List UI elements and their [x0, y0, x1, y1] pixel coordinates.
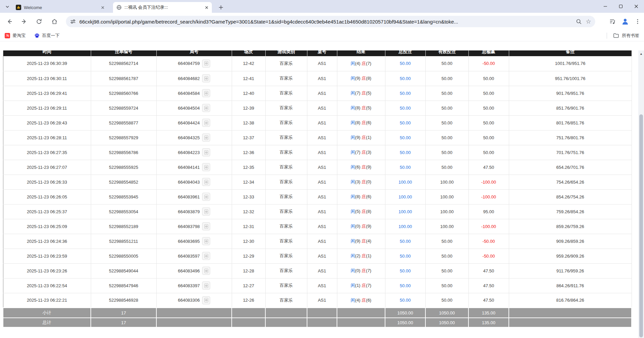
- cell-total-bet[interactable]: 100.00: [385, 189, 425, 204]
- cell-remark: 859.26/759.26: [509, 219, 632, 234]
- video-replay-button[interactable]: [202, 281, 210, 290]
- cell-total-bet[interactable]: 50.00: [385, 56, 425, 71]
- grandtotal-empty-cell: [232, 318, 265, 327]
- result-banker-label: 庄: [362, 61, 366, 66]
- cell-result: 闲(9) 庄(8): [337, 71, 385, 86]
- cell-total-bet[interactable]: 50.00: [385, 101, 425, 115]
- tab-search-chevron-icon[interactable]: [3, 3, 11, 11]
- result-banker-label: 庄: [362, 238, 366, 243]
- tab-bet-records[interactable]: :::视讯 会员下注纪录:::: [113, 2, 212, 13]
- result-banker-value: (1): [366, 253, 371, 258]
- zoom-icon[interactable]: [576, 18, 582, 25]
- cell-session: 12-31: [232, 219, 265, 234]
- scrollbar-up-arrow-icon[interactable]: ▲: [638, 51, 644, 57]
- page-scrollbar[interactable]: ▲: [638, 50, 644, 338]
- cell-total-bet[interactable]: 50.00: [385, 160, 425, 175]
- cell-total-bet[interactable]: 50.00: [385, 234, 425, 249]
- cell-table-no: AS1: [307, 249, 337, 263]
- video-replay-button[interactable]: [202, 222, 210, 230]
- cell-session: 12-36: [232, 145, 265, 160]
- video-replay-button[interactable]: [202, 296, 210, 304]
- cell-total-bet[interactable]: 50.00: [385, 249, 425, 263]
- result-banker-label: 庄: [362, 298, 366, 303]
- round-no-text: 664083879: [178, 209, 200, 214]
- tab-close-icon[interactable]: [204, 5, 209, 10]
- new-tab-button[interactable]: [217, 3, 225, 12]
- cell-game-type: 百家乐: [265, 71, 307, 86]
- cell-total-bet[interactable]: 100.00: [385, 175, 425, 189]
- table-row: 2025-11-23 06:24:36 522988551211 6640836…: [3, 234, 632, 249]
- scrollbar-thumb[interactable]: [639, 114, 643, 337]
- cell-game-type: 百家乐: [265, 219, 307, 234]
- video-replay-button[interactable]: [202, 74, 210, 82]
- result-player-value: (9): [355, 135, 362, 140]
- video-replay-button[interactable]: [202, 89, 210, 97]
- video-replay-button[interactable]: [202, 252, 210, 260]
- cell-win-loss: -100.00: [468, 219, 509, 234]
- media-controls-icon[interactable]: [609, 18, 616, 25]
- cell-total-bet[interactable]: 50.00: [385, 263, 425, 278]
- col-header-time: 时间: [3, 50, 91, 56]
- col-header-bet-no: 注单编号: [91, 50, 156, 56]
- cell-total-bet[interactable]: 100.00: [385, 204, 425, 219]
- result-player-label: 闲: [351, 61, 355, 66]
- cell-bet-no: 522988555925: [91, 160, 156, 175]
- video-replay-button[interactable]: [202, 193, 210, 201]
- video-replay-button[interactable]: [202, 104, 210, 112]
- home-button[interactable]: [49, 16, 60, 27]
- url-bar[interactable]: 66cxkj98.com/ipl/portal.php/game/betreco…: [66, 16, 595, 27]
- cell-table-no: AS1: [307, 71, 337, 86]
- round-no-text: 664083397: [178, 283, 200, 288]
- forward-button[interactable]: [18, 16, 30, 27]
- maximize-button[interactable]: [613, 0, 629, 13]
- result-player-value: (3): [355, 179, 362, 184]
- bookmark-star-icon[interactable]: ☆: [586, 18, 591, 25]
- video-replay-button[interactable]: [202, 60, 210, 68]
- table-row: 2025-11-23 06:22:54 522988547946 6640833…: [3, 278, 632, 293]
- cell-total-bet[interactable]: 50.00: [385, 115, 425, 130]
- cell-total-bet[interactable]: 50.00: [385, 293, 425, 308]
- cell-win-loss: 50.00: [468, 145, 509, 160]
- cell-total-bet[interactable]: 50.00: [385, 278, 425, 293]
- video-replay-button[interactable]: [202, 208, 210, 216]
- cell-bet-no: 522988552189: [91, 219, 156, 234]
- close-window-button[interactable]: [629, 0, 644, 13]
- minimize-button[interactable]: [598, 0, 613, 13]
- cell-round-no: 664083695: [156, 234, 232, 249]
- all-bookmarks-label[interactable]: 所有书签: [622, 33, 639, 39]
- bookmark-baidu[interactable]: 百度一下: [34, 33, 60, 39]
- result-player-label: 闲: [351, 283, 355, 288]
- cell-total-bet[interactable]: 50.00: [385, 86, 425, 101]
- video-replay-button[interactable]: [202, 178, 210, 186]
- back-button[interactable]: [4, 16, 15, 27]
- result-player-value: (9): [355, 76, 362, 81]
- video-replay-button[interactable]: [202, 237, 210, 245]
- profile-avatar[interactable]: [621, 17, 629, 26]
- menu-dots-icon[interactable]: [635, 18, 641, 25]
- video-replay-button[interactable]: [202, 267, 210, 275]
- subtotal-empty-cell: [307, 308, 337, 318]
- cell-total-bet[interactable]: 50.00: [385, 145, 425, 160]
- bookmark-aitaobao[interactable]: 淘 爱淘宝: [5, 33, 26, 39]
- cell-result: 闲(7) 庄(3): [337, 145, 385, 160]
- reload-button[interactable]: [33, 16, 45, 27]
- cell-total-bet[interactable]: 100.00: [385, 219, 425, 234]
- cell-total-bet[interactable]: 50.00: [385, 130, 425, 145]
- cell-remark: 701.76/751.76: [509, 145, 632, 160]
- video-replay-button[interactable]: [202, 119, 210, 127]
- tab-close-icon[interactable]: [100, 5, 105, 10]
- video-replay-button[interactable]: [202, 163, 210, 171]
- url-text[interactable]: 66cxkj98.com/ipl/portal.php/game/betreco…: [79, 19, 572, 25]
- tab-welcome[interactable]: Welcome: [12, 2, 108, 13]
- video-replay-button[interactable]: [202, 148, 210, 156]
- cell-table-no: AS1: [307, 189, 337, 204]
- result-banker-value: (1): [366, 135, 371, 140]
- cell-game-type: 百家乐: [265, 278, 307, 293]
- site-info-icon[interactable]: [70, 18, 76, 25]
- video-replay-button[interactable]: [202, 134, 210, 142]
- cell-time: 2025-11-23 06:30:11: [3, 71, 91, 86]
- cell-total-bet[interactable]: 50.00: [385, 71, 425, 86]
- cell-time: 2025-11-23 06:30:39: [3, 56, 91, 71]
- round-no-text: 664084504: [178, 106, 200, 111]
- result-banker-label: 庄: [362, 283, 366, 288]
